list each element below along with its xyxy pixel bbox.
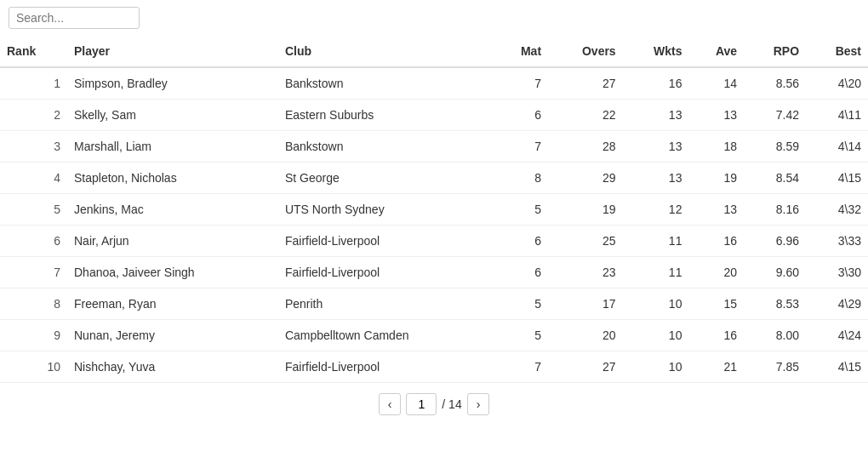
- search-input[interactable]: [9, 7, 140, 29]
- cell-rpo: 8.54: [744, 163, 806, 194]
- cell-wkts: 13: [623, 131, 689, 163]
- cell-best: 3\33: [806, 226, 868, 257]
- table-row: 3 Marshall, Liam Bankstown 7 28 13 18 8.…: [0, 131, 868, 163]
- cell-club: Fairfield-Liverpool: [278, 351, 494, 383]
- cell-ave: 13: [688, 100, 744, 131]
- cell-mat: 5: [494, 194, 548, 226]
- cell-ave: 18: [688, 131, 744, 163]
- cell-overs: 23: [548, 257, 623, 288]
- cell-wkts: 11: [623, 257, 689, 288]
- table-row: 6 Nair, Arjun Fairfield-Liverpool 6 25 1…: [0, 226, 868, 257]
- cell-overs: 25: [548, 226, 623, 257]
- cell-mat: 5: [494, 288, 548, 320]
- col-best: Best: [806, 36, 868, 67]
- cell-ave: 19: [688, 163, 744, 194]
- cell-wkts: 16: [623, 67, 689, 100]
- cell-club: UTS North Sydney: [278, 194, 494, 226]
- cell-player: Marshall, Liam: [67, 131, 278, 163]
- search-container: [0, 0, 868, 36]
- cell-wkts: 13: [623, 100, 689, 131]
- cell-rpo: 9.60: [744, 257, 806, 288]
- players-table: Rank Player Club Mat Overs Wkts Ave RPO …: [0, 36, 868, 383]
- cell-club: Fairfield-Liverpool: [278, 226, 494, 257]
- col-rank: Rank: [0, 36, 67, 67]
- cell-player: Nishchay, Yuva: [67, 351, 278, 383]
- cell-best: 4\15: [806, 351, 868, 383]
- cell-rpo: 8.16: [744, 194, 806, 226]
- cell-wkts: 13: [623, 163, 689, 194]
- cell-best: 4\29: [806, 288, 868, 320]
- col-ave: Ave: [688, 36, 744, 67]
- cell-rank: 6: [0, 226, 67, 257]
- cell-overs: 20: [548, 320, 623, 351]
- cell-best: 4\32: [806, 194, 868, 226]
- pagination: ‹ / 14 ›: [0, 383, 868, 425]
- cell-rank: 5: [0, 194, 67, 226]
- cell-rpo: 7.85: [744, 351, 806, 383]
- cell-player: Nair, Arjun: [67, 226, 278, 257]
- cell-mat: 6: [494, 226, 548, 257]
- cell-ave: 21: [688, 351, 744, 383]
- cell-club: Eastern Suburbs: [278, 100, 494, 131]
- cell-club: Fairfield-Liverpool: [278, 257, 494, 288]
- cell-player: Skelly, Sam: [67, 100, 278, 131]
- table-wrapper: Rank Player Club Mat Overs Wkts Ave RPO …: [0, 36, 868, 383]
- cell-player: Simpson, Bradley: [67, 67, 278, 100]
- cell-overs: 17: [548, 288, 623, 320]
- cell-mat: 6: [494, 100, 548, 131]
- cell-mat: 5: [494, 320, 548, 351]
- cell-club: Penrith: [278, 288, 494, 320]
- cell-best: 3\30: [806, 257, 868, 288]
- cell-best: 4\11: [806, 100, 868, 131]
- cell-rpo: 7.42: [744, 100, 806, 131]
- table-row: 7 Dhanoa, Jaiveer Singh Fairfield-Liverp…: [0, 257, 868, 288]
- cell-rpo: 8.56: [744, 67, 806, 100]
- cell-rpo: 8.59: [744, 131, 806, 163]
- table-row: 1 Simpson, Bradley Bankstown 7 27 16 14 …: [0, 67, 868, 100]
- table-row: 4 Stapleton, Nicholas St George 8 29 13 …: [0, 163, 868, 194]
- next-page-button[interactable]: ›: [467, 393, 490, 415]
- cell-best: 4\20: [806, 67, 868, 100]
- cell-overs: 28: [548, 131, 623, 163]
- cell-best: 4\14: [806, 131, 868, 163]
- cell-rpo: 8.53: [744, 288, 806, 320]
- cell-mat: 7: [494, 351, 548, 383]
- page-number-input[interactable]: [406, 393, 437, 415]
- cell-player: Freeman, Ryan: [67, 288, 278, 320]
- cell-ave: 16: [688, 320, 744, 351]
- cell-overs: 22: [548, 100, 623, 131]
- cell-wkts: 12: [623, 194, 689, 226]
- col-rpo: RPO: [744, 36, 806, 67]
- cell-overs: 19: [548, 194, 623, 226]
- col-player: Player: [67, 36, 278, 67]
- cell-player: Nunan, Jeremy: [67, 320, 278, 351]
- col-wkts: Wkts: [623, 36, 689, 67]
- cell-overs: 27: [548, 67, 623, 100]
- cell-club: Bankstown: [278, 67, 494, 100]
- cell-wkts: 11: [623, 226, 689, 257]
- cell-club: Bankstown: [278, 131, 494, 163]
- cell-ave: 15: [688, 288, 744, 320]
- cell-wkts: 10: [623, 351, 689, 383]
- page-total: / 14: [442, 397, 461, 411]
- prev-page-button[interactable]: ‹: [379, 393, 402, 415]
- cell-rank: 2: [0, 100, 67, 131]
- table-row: 10 Nishchay, Yuva Fairfield-Liverpool 7 …: [0, 351, 868, 383]
- cell-best: 4\15: [806, 163, 868, 194]
- cell-rank: 4: [0, 163, 67, 194]
- cell-mat: 7: [494, 131, 548, 163]
- table-row: 8 Freeman, Ryan Penrith 5 17 10 15 8.53 …: [0, 288, 868, 320]
- cell-rank: 8: [0, 288, 67, 320]
- cell-rank: 3: [0, 131, 67, 163]
- cell-club: St George: [278, 163, 494, 194]
- cell-overs: 29: [548, 163, 623, 194]
- cell-player: Jenkins, Mac: [67, 194, 278, 226]
- cell-rpo: 8.00: [744, 320, 806, 351]
- cell-ave: 16: [688, 226, 744, 257]
- table-body: 1 Simpson, Bradley Bankstown 7 27 16 14 …: [0, 67, 868, 383]
- cell-rank: 9: [0, 320, 67, 351]
- cell-player: Stapleton, Nicholas: [67, 163, 278, 194]
- cell-player: Dhanoa, Jaiveer Singh: [67, 257, 278, 288]
- cell-ave: 14: [688, 67, 744, 100]
- col-mat: Mat: [494, 36, 548, 67]
